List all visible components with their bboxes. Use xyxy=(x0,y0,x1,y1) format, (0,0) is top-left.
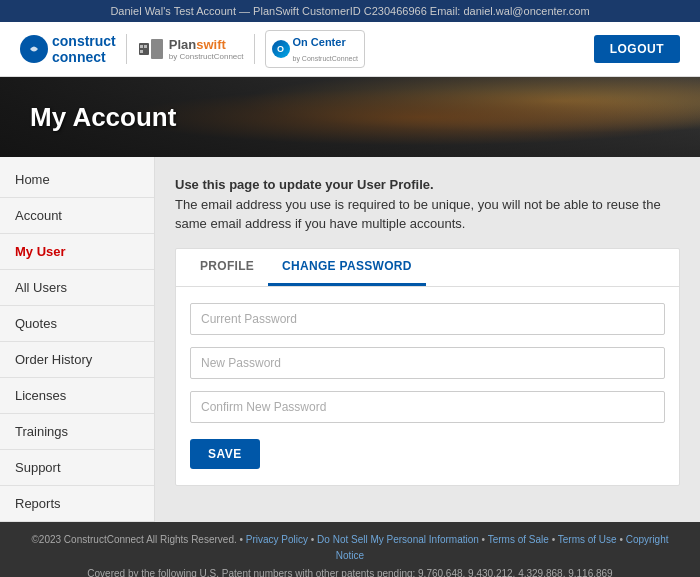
hero-title: My Account xyxy=(30,102,176,133)
sidebar-item-account[interactable]: Account xyxy=(0,198,154,234)
logo-planswift-sub: by ConstructConnect xyxy=(169,52,244,61)
main-layout: Home Account My User All Users Quotes Or… xyxy=(0,157,700,522)
footer-copyright: ©2023 ConstructConnect All Rights Reserv… xyxy=(31,534,243,545)
header: construct connect Planswift by Construct… xyxy=(0,22,700,77)
logo-swift-text: swift xyxy=(196,37,226,52)
logo-plan-text: Plan xyxy=(169,37,196,52)
footer: ©2023 ConstructConnect All Rights Reserv… xyxy=(0,522,700,577)
top-banner: Daniel Wal's Test Account — PlanSwift Cu… xyxy=(0,0,700,22)
construct-icon xyxy=(20,35,48,63)
sidebar-item-reports[interactable]: Reports xyxy=(0,486,154,522)
new-password-field xyxy=(190,347,665,379)
logo-divider-1 xyxy=(126,34,127,64)
sidebar-item-licenses[interactable]: Licenses xyxy=(0,378,154,414)
tab-change-password[interactable]: CHANGE PASSWORD xyxy=(268,249,426,286)
content-area: Use this page to update your User Profil… xyxy=(155,157,700,522)
sidebar-item-support[interactable]: Support xyxy=(0,450,154,486)
footer-do-not-sell-link[interactable]: Do Not Sell My Personal Information xyxy=(317,534,479,545)
sidebar-item-my-user[interactable]: My User xyxy=(0,234,154,270)
logo-oncenter: O On Center by ConstructConnect xyxy=(265,30,365,68)
svg-rect-3 xyxy=(140,45,143,48)
planswift-icon xyxy=(137,35,165,63)
intro-line1: Use this page to update your User Profil… xyxy=(175,177,434,192)
save-button[interactable]: SAVE xyxy=(190,439,260,469)
current-password-input[interactable] xyxy=(190,303,665,335)
sidebar-item-all-users[interactable]: All Users xyxy=(0,270,154,306)
hero-section: My Account xyxy=(0,77,700,157)
logo-construct-text: construct xyxy=(52,33,116,49)
sidebar-item-order-history[interactable]: Order History xyxy=(0,342,154,378)
logo-connect-text: connect xyxy=(52,49,106,65)
footer-links: ©2023 ConstructConnect All Rights Reserv… xyxy=(20,532,680,564)
logo-oncenter-text: On Center xyxy=(293,36,346,48)
svg-rect-1 xyxy=(139,43,149,55)
tab-profile[interactable]: PROFILE xyxy=(186,249,268,286)
footer-terms-sale-link[interactable]: Terms of Sale xyxy=(488,534,549,545)
sidebar-item-home[interactable]: Home xyxy=(0,162,154,198)
footer-terms-use-link[interactable]: Terms of Use xyxy=(558,534,617,545)
confirm-password-input[interactable] xyxy=(190,391,665,423)
footer-patent: Covered by the following U.S. Patent num… xyxy=(20,566,680,577)
current-password-field xyxy=(190,303,665,335)
svg-rect-4 xyxy=(140,50,143,53)
top-banner-text: Daniel Wal's Test Account — PlanSwift Cu… xyxy=(110,5,589,17)
intro-line2: The email address you use is required to… xyxy=(175,195,680,234)
sidebar-item-trainings[interactable]: Trainings xyxy=(0,414,154,450)
confirm-password-field xyxy=(190,391,665,423)
oncenter-icon: O xyxy=(272,40,290,58)
header-logos: construct connect Planswift by Construct… xyxy=(20,30,365,68)
sidebar-item-quotes[interactable]: Quotes xyxy=(0,306,154,342)
logo-divider-2 xyxy=(254,34,255,64)
footer-privacy-link[interactable]: Privacy Policy xyxy=(246,534,308,545)
tab-header: PROFILE CHANGE PASSWORD xyxy=(176,249,679,287)
content-intro: Use this page to update your User Profil… xyxy=(175,175,680,234)
logout-button[interactable]: LOGOUT xyxy=(594,35,680,63)
new-password-input[interactable] xyxy=(190,347,665,379)
sidebar: Home Account My User All Users Quotes Or… xyxy=(0,157,155,522)
tab-card: PROFILE CHANGE PASSWORD SAVE xyxy=(175,248,680,486)
tab-body-change-password: SAVE xyxy=(176,287,679,485)
logo-construct: construct connect xyxy=(20,33,116,65)
logo-oncenter-sub: by ConstructConnect xyxy=(293,55,358,62)
svg-rect-5 xyxy=(144,45,147,48)
svg-rect-2 xyxy=(151,39,163,59)
logo-planswift: Planswift by ConstructConnect xyxy=(137,35,244,63)
